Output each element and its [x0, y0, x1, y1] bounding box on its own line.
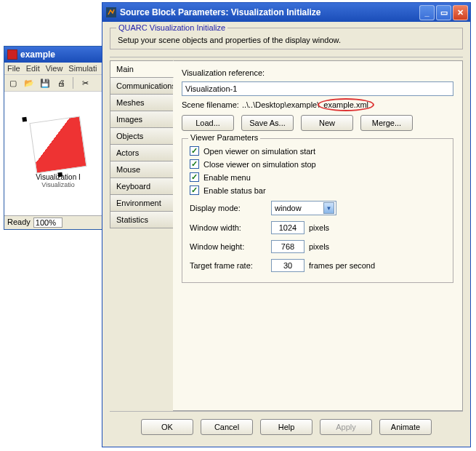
enable-status-checkbox[interactable]: ✓	[190, 185, 199, 195]
main-tab-content: Visualization reference: Scene filename:…	[173, 60, 463, 411]
window-height-input[interactable]	[271, 240, 304, 253]
dialog-titlebar[interactable]: Source Block Parameters: Visualization I…	[102, 3, 470, 22]
bg-statusbar: Ready	[4, 215, 112, 229]
open-on-start-checkbox[interactable]: ✓	[190, 146, 199, 156]
tab-communications[interactable]: Communications	[110, 77, 174, 95]
matlab-icon	[105, 7, 117, 18]
parameters-dialog: Source Block Parameters: Visualization I…	[102, 2, 471, 447]
cut-icon[interactable]: ✂	[79, 77, 91, 89]
tab-images[interactable]: Images	[110, 111, 174, 128]
tab-keyboard[interactable]: Keyboard	[110, 177, 174, 195]
cancel-button[interactable]: Cancel	[201, 419, 253, 435]
dialog-button-bar: OK Cancel Help Apply Animate	[110, 411, 463, 442]
frame-rate-label: Target frame rate:	[190, 261, 267, 270]
status-ready: Ready	[7, 217, 31, 228]
background-window: example File Edit View Simulati ▢ 📂 💾 🖨 …	[4, 46, 113, 230]
svg-rect-0	[106, 7, 116, 17]
new-button[interactable]: New	[301, 115, 353, 131]
bg-menu-file[interactable]: File	[7, 64, 20, 73]
window-width-label: Window width:	[190, 223, 267, 232]
display-mode-label: Display mode:	[190, 204, 267, 212]
load-button[interactable]: Load...	[182, 115, 234, 131]
bg-menu-view[interactable]: View	[46, 64, 63, 73]
description-group: QUARC Visualization Initialize Setup you…	[110, 28, 463, 49]
dialog-title: Source Block Parameters: Visualization I…	[120, 7, 419, 17]
bg-menu-simulation[interactable]: Simulati	[68, 64, 97, 73]
open-on-start-label: Open viewer on simulation start	[203, 147, 315, 156]
display-mode-select[interactable]: window ▼	[271, 201, 336, 215]
minimize-button[interactable]: _	[419, 5, 435, 20]
frame-rate-unit: frames per second	[309, 261, 375, 270]
window-width-input[interactable]	[271, 221, 304, 234]
display-mode-value: window	[275, 204, 302, 212]
close-button[interactable]: ✕	[453, 5, 468, 20]
viewer-legend: Viewer Parameters	[188, 133, 260, 142]
chevron-down-icon: ▼	[323, 202, 334, 214]
bg-toolbar: ▢ 📂 💾 🖨 ✂	[4, 74, 112, 92]
window-height-label: Window height:	[190, 242, 267, 251]
new-file-icon[interactable]: ▢	[7, 77, 19, 89]
animate-button[interactable]: Animate	[379, 419, 432, 435]
scene-path-text: ..\..\Desktop\example\	[242, 100, 319, 109]
print-icon[interactable]: 🖨	[55, 77, 67, 89]
window-height-unit: pixels	[309, 242, 329, 251]
apply-button[interactable]: Apply	[320, 419, 372, 435]
merge-button[interactable]: Merge...	[360, 115, 413, 131]
save-icon[interactable]: 💾	[39, 77, 51, 89]
enable-menu-label: Enable menu	[203, 173, 251, 182]
tab-meshes[interactable]: Meshes	[110, 94, 174, 111]
enable-menu-checkbox[interactable]: ✓	[190, 172, 199, 182]
maximize-button[interactable]: ▭	[436, 5, 451, 20]
close-on-stop-label: Close viewer on simulation stop	[203, 160, 316, 169]
open-folder-icon[interactable]: 📂	[23, 77, 35, 89]
block-icon[interactable]	[29, 116, 86, 173]
viewer-parameters-group: Viewer Parameters ✓ Open viewer on simul…	[182, 138, 453, 283]
tab-actors[interactable]: Actors	[110, 144, 174, 161]
tabs-list: Main Communications Meshes Images Object…	[110, 57, 174, 411]
status-zoom[interactable]	[33, 217, 62, 228]
bg-title: example	[20, 49, 55, 60]
help-button[interactable]: Help	[260, 419, 312, 435]
tab-objects[interactable]: Objects	[110, 127, 174, 145]
description-legend: QUARC Visualization Initialize	[116, 23, 227, 32]
bg-titlebar[interactable]: example	[4, 47, 112, 63]
frame-rate-input[interactable]	[271, 259, 304, 272]
tab-environment[interactable]: Environment	[110, 194, 174, 212]
tab-statistics[interactable]: Statistics	[110, 211, 174, 228]
bg-canvas[interactable]: Visualization I Visualizatio	[4, 92, 112, 215]
visualization-reference-input[interactable]	[182, 81, 453, 96]
window-width-unit: pixels	[309, 223, 329, 232]
close-on-stop-checkbox[interactable]: ✓	[190, 159, 199, 169]
bg-menu-edit[interactable]: Edit	[26, 64, 40, 73]
description-text: Setup your scene objects and properties …	[118, 36, 455, 44]
enable-status-label: Enable status bar	[203, 186, 266, 195]
window-controls: _ ▭ ✕	[419, 5, 468, 20]
ref-label: Visualization reference:	[182, 68, 265, 77]
ok-button[interactable]: OK	[141, 419, 193, 435]
save-as-button[interactable]: Save As...	[241, 115, 294, 131]
bg-app-icon	[7, 49, 17, 60]
tab-main[interactable]: Main	[110, 60, 174, 78]
scene-filename-highlight: example.xml	[322, 100, 370, 109]
scene-filename-label: Scene filename:	[182, 100, 239, 109]
bg-menubar: File Edit View Simulati	[4, 63, 112, 74]
block-sublabel: Visualizatio	[41, 181, 74, 188]
tab-mouse[interactable]: Mouse	[110, 161, 174, 178]
